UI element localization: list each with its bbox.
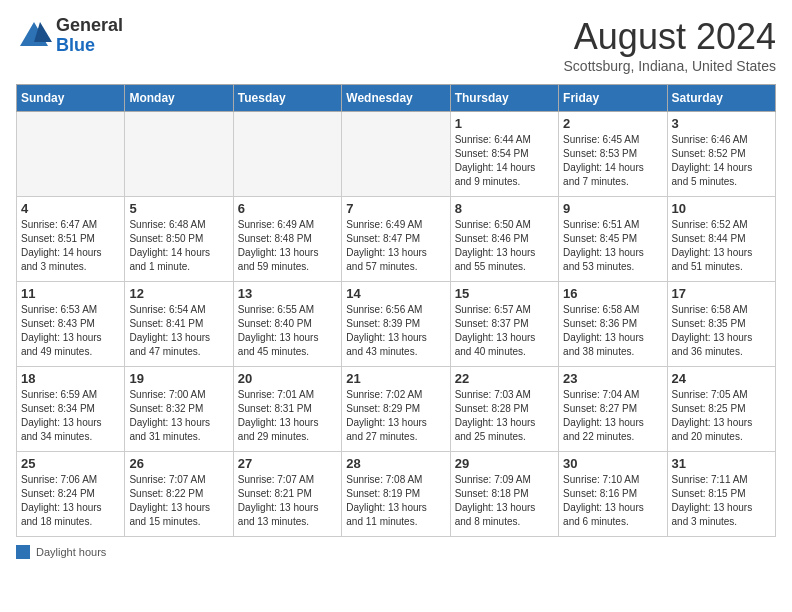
day-info: Sunrise: 6:57 AMSunset: 8:37 PMDaylight:… — [455, 303, 554, 359]
day-number: 30 — [563, 456, 662, 471]
day-number: 3 — [672, 116, 771, 131]
calendar-cell: 27Sunrise: 7:07 AMSunset: 8:21 PMDayligh… — [233, 452, 341, 537]
calendar-cell — [125, 112, 233, 197]
day-number: 31 — [672, 456, 771, 471]
calendar-table: SundayMondayTuesdayWednesdayThursdayFrid… — [16, 84, 776, 537]
calendar-cell: 28Sunrise: 7:08 AMSunset: 8:19 PMDayligh… — [342, 452, 450, 537]
day-number: 29 — [455, 456, 554, 471]
calendar-header-saturday: Saturday — [667, 85, 775, 112]
calendar-cell: 10Sunrise: 6:52 AMSunset: 8:44 PMDayligh… — [667, 197, 775, 282]
day-number: 1 — [455, 116, 554, 131]
day-info: Sunrise: 7:08 AMSunset: 8:19 PMDaylight:… — [346, 473, 445, 529]
calendar-cell: 16Sunrise: 6:58 AMSunset: 8:36 PMDayligh… — [559, 282, 667, 367]
calendar-cell — [233, 112, 341, 197]
calendar-cell: 21Sunrise: 7:02 AMSunset: 8:29 PMDayligh… — [342, 367, 450, 452]
day-info: Sunrise: 6:49 AMSunset: 8:48 PMDaylight:… — [238, 218, 337, 274]
day-number: 10 — [672, 201, 771, 216]
calendar-week-4: 18Sunrise: 6:59 AMSunset: 8:34 PMDayligh… — [17, 367, 776, 452]
day-number: 27 — [238, 456, 337, 471]
day-info: Sunrise: 6:55 AMSunset: 8:40 PMDaylight:… — [238, 303, 337, 359]
day-number: 21 — [346, 371, 445, 386]
calendar-header-sunday: Sunday — [17, 85, 125, 112]
day-info: Sunrise: 7:02 AMSunset: 8:29 PMDaylight:… — [346, 388, 445, 444]
day-info: Sunrise: 6:53 AMSunset: 8:43 PMDaylight:… — [21, 303, 120, 359]
calendar-cell: 12Sunrise: 6:54 AMSunset: 8:41 PMDayligh… — [125, 282, 233, 367]
day-number: 6 — [238, 201, 337, 216]
calendar-cell: 24Sunrise: 7:05 AMSunset: 8:25 PMDayligh… — [667, 367, 775, 452]
day-info: Sunrise: 6:44 AMSunset: 8:54 PMDaylight:… — [455, 133, 554, 189]
day-number: 12 — [129, 286, 228, 301]
calendar-cell: 4Sunrise: 6:47 AMSunset: 8:51 PMDaylight… — [17, 197, 125, 282]
calendar-header-monday: Monday — [125, 85, 233, 112]
day-number: 8 — [455, 201, 554, 216]
day-number: 22 — [455, 371, 554, 386]
calendar-week-5: 25Sunrise: 7:06 AMSunset: 8:24 PMDayligh… — [17, 452, 776, 537]
calendar-cell: 17Sunrise: 6:58 AMSunset: 8:35 PMDayligh… — [667, 282, 775, 367]
day-number: 4 — [21, 201, 120, 216]
day-number: 23 — [563, 371, 662, 386]
day-info: Sunrise: 7:03 AMSunset: 8:28 PMDaylight:… — [455, 388, 554, 444]
day-info: Sunrise: 6:46 AMSunset: 8:52 PMDaylight:… — [672, 133, 771, 189]
calendar-week-1: 1Sunrise: 6:44 AMSunset: 8:54 PMDaylight… — [17, 112, 776, 197]
day-info: Sunrise: 7:04 AMSunset: 8:27 PMDaylight:… — [563, 388, 662, 444]
day-number: 11 — [21, 286, 120, 301]
day-number: 16 — [563, 286, 662, 301]
month-title: August 2024 — [564, 16, 776, 58]
day-info: Sunrise: 7:11 AMSunset: 8:15 PMDaylight:… — [672, 473, 771, 529]
calendar-cell: 20Sunrise: 7:01 AMSunset: 8:31 PMDayligh… — [233, 367, 341, 452]
title-block: August 2024 Scottsburg, Indiana, United … — [564, 16, 776, 74]
calendar-cell — [17, 112, 125, 197]
calendar-cell: 23Sunrise: 7:04 AMSunset: 8:27 PMDayligh… — [559, 367, 667, 452]
calendar-cell: 3Sunrise: 6:46 AMSunset: 8:52 PMDaylight… — [667, 112, 775, 197]
day-number: 7 — [346, 201, 445, 216]
logo-general-text: General — [56, 16, 123, 36]
calendar-cell: 19Sunrise: 7:00 AMSunset: 8:32 PMDayligh… — [125, 367, 233, 452]
day-number: 24 — [672, 371, 771, 386]
day-info: Sunrise: 7:10 AMSunset: 8:16 PMDaylight:… — [563, 473, 662, 529]
calendar-week-3: 11Sunrise: 6:53 AMSunset: 8:43 PMDayligh… — [17, 282, 776, 367]
page-header: General Blue August 2024 Scottsburg, Ind… — [16, 16, 776, 74]
calendar-cell: 30Sunrise: 7:10 AMSunset: 8:16 PMDayligh… — [559, 452, 667, 537]
legend-color-box — [16, 545, 30, 559]
calendar-header-tuesday: Tuesday — [233, 85, 341, 112]
day-info: Sunrise: 6:49 AMSunset: 8:47 PMDaylight:… — [346, 218, 445, 274]
calendar-cell: 26Sunrise: 7:07 AMSunset: 8:22 PMDayligh… — [125, 452, 233, 537]
day-info: Sunrise: 6:59 AMSunset: 8:34 PMDaylight:… — [21, 388, 120, 444]
day-number: 2 — [563, 116, 662, 131]
day-info: Sunrise: 6:54 AMSunset: 8:41 PMDaylight:… — [129, 303, 228, 359]
calendar-cell: 7Sunrise: 6:49 AMSunset: 8:47 PMDaylight… — [342, 197, 450, 282]
day-info: Sunrise: 6:51 AMSunset: 8:45 PMDaylight:… — [563, 218, 662, 274]
calendar-header-row: SundayMondayTuesdayWednesdayThursdayFrid… — [17, 85, 776, 112]
calendar-cell: 13Sunrise: 6:55 AMSunset: 8:40 PMDayligh… — [233, 282, 341, 367]
day-info: Sunrise: 6:58 AMSunset: 8:35 PMDaylight:… — [672, 303, 771, 359]
day-info: Sunrise: 7:07 AMSunset: 8:22 PMDaylight:… — [129, 473, 228, 529]
calendar-cell: 1Sunrise: 6:44 AMSunset: 8:54 PMDaylight… — [450, 112, 558, 197]
calendar-cell: 31Sunrise: 7:11 AMSunset: 8:15 PMDayligh… — [667, 452, 775, 537]
calendar-cell: 22Sunrise: 7:03 AMSunset: 8:28 PMDayligh… — [450, 367, 558, 452]
day-info: Sunrise: 7:06 AMSunset: 8:24 PMDaylight:… — [21, 473, 120, 529]
legend-label: Daylight hours — [36, 546, 106, 558]
location-subtitle: Scottsburg, Indiana, United States — [564, 58, 776, 74]
day-number: 17 — [672, 286, 771, 301]
day-number: 15 — [455, 286, 554, 301]
day-info: Sunrise: 6:56 AMSunset: 8:39 PMDaylight:… — [346, 303, 445, 359]
calendar-cell: 15Sunrise: 6:57 AMSunset: 8:37 PMDayligh… — [450, 282, 558, 367]
day-number: 26 — [129, 456, 228, 471]
calendar-cell: 5Sunrise: 6:48 AMSunset: 8:50 PMDaylight… — [125, 197, 233, 282]
day-number: 13 — [238, 286, 337, 301]
day-info: Sunrise: 7:09 AMSunset: 8:18 PMDaylight:… — [455, 473, 554, 529]
calendar-cell: 2Sunrise: 6:45 AMSunset: 8:53 PMDaylight… — [559, 112, 667, 197]
calendar-cell: 18Sunrise: 6:59 AMSunset: 8:34 PMDayligh… — [17, 367, 125, 452]
logo: General Blue — [16, 16, 123, 56]
day-info: Sunrise: 6:50 AMSunset: 8:46 PMDaylight:… — [455, 218, 554, 274]
calendar-cell: 9Sunrise: 6:51 AMSunset: 8:45 PMDaylight… — [559, 197, 667, 282]
calendar-header-thursday: Thursday — [450, 85, 558, 112]
day-info: Sunrise: 6:58 AMSunset: 8:36 PMDaylight:… — [563, 303, 662, 359]
calendar-header-wednesday: Wednesday — [342, 85, 450, 112]
day-info: Sunrise: 6:45 AMSunset: 8:53 PMDaylight:… — [563, 133, 662, 189]
calendar-cell: 6Sunrise: 6:49 AMSunset: 8:48 PMDaylight… — [233, 197, 341, 282]
calendar-cell: 29Sunrise: 7:09 AMSunset: 8:18 PMDayligh… — [450, 452, 558, 537]
calendar-footer: Daylight hours — [16, 545, 776, 559]
day-number: 9 — [563, 201, 662, 216]
day-info: Sunrise: 6:47 AMSunset: 8:51 PMDaylight:… — [21, 218, 120, 274]
